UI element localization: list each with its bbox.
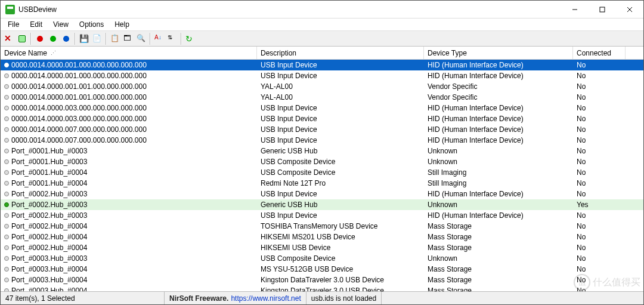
device-connected: No bbox=[573, 179, 626, 187]
properties-icon[interactable]: 📄 bbox=[91, 33, 103, 45]
device-connected: No bbox=[573, 168, 626, 177]
device-name: Port_#0003.Hub_#0004 bbox=[11, 286, 87, 291]
device-connected: No bbox=[573, 93, 626, 101]
status-dot-icon bbox=[4, 170, 9, 175]
menu-file[interactable]: File bbox=[3, 20, 24, 29]
toolbar-separator bbox=[30, 33, 32, 45]
device-connected: No bbox=[573, 82, 626, 91]
table-row[interactable]: 0000.0014.0000.007.000.000.000.000.000US… bbox=[1, 135, 643, 146]
device-type: HID (Human Interface Device) bbox=[424, 72, 573, 80]
table-row[interactable]: Port_#0002.Hub_#0003USB Input DeviceHID … bbox=[1, 210, 643, 221]
col-device-name[interactable]: Device Name⋰ bbox=[1, 47, 257, 59]
options-icon[interactable]: 🗔 bbox=[122, 33, 134, 45]
find-icon[interactable]: 🔍 bbox=[135, 33, 147, 45]
device-description: MS YSU-512GB USB Device bbox=[257, 265, 424, 273]
device-connected: No bbox=[573, 211, 626, 220]
toolbar-separator bbox=[181, 33, 182, 45]
device-connected: No bbox=[573, 265, 626, 273]
table-row[interactable]: Port_#0002.Hub_#0003USB Input DeviceHID … bbox=[1, 189, 643, 199]
device-connected: No bbox=[573, 158, 626, 166]
table-row[interactable]: 0000.0014.0000.001.000.000.000.000.000US… bbox=[1, 60, 643, 70]
copy-icon[interactable]: 📋 bbox=[109, 33, 121, 45]
status-dot-icon bbox=[4, 181, 9, 186]
device-description: USB Input Device bbox=[257, 125, 424, 134]
device-description: Generic USB Hub bbox=[257, 201, 424, 209]
svg-rect-1 bbox=[600, 7, 605, 12]
table-row[interactable]: Port_#0001.Hub_#0004USB Composite Device… bbox=[1, 167, 643, 178]
menu-help[interactable]: Help bbox=[110, 20, 134, 29]
device-name: 0000.0014.0000.001.001.000.000.000.000 bbox=[11, 93, 147, 101]
menu-edit[interactable]: Edit bbox=[25, 20, 47, 29]
table-row[interactable]: 0000.0014.0000.003.000.000.000.000.000US… bbox=[1, 103, 643, 113]
device-description: USB Composite Device bbox=[257, 168, 424, 177]
table-row[interactable]: 0000.0014.0000.001.001.000.000.000.000YA… bbox=[1, 81, 643, 92]
disconnect-icon[interactable]: ✕ bbox=[3, 33, 15, 45]
device-connected: No bbox=[573, 61, 626, 69]
disable-enable-icon[interactable] bbox=[60, 33, 72, 45]
disable-icon[interactable] bbox=[34, 33, 46, 45]
table-row[interactable]: Port_#0003.Hub_#0004Kingston DataTravele… bbox=[1, 275, 643, 285]
table-body[interactable]: 0000.0014.0000.001.000.000.000.000.000US… bbox=[1, 60, 643, 291]
table-row[interactable]: 0000.0014.0000.001.000.000.000.000.000US… bbox=[1, 70, 643, 81]
sort-options-icon[interactable]: ⇅ bbox=[166, 33, 178, 45]
device-type: HID (Human Interface Device) bbox=[424, 136, 573, 144]
device-name: Port_#0001.Hub_#0003 bbox=[11, 158, 87, 166]
status-ids: usb.ids is not loaded bbox=[306, 292, 382, 304]
enable-icon[interactable] bbox=[47, 33, 59, 45]
table-row[interactable]: Port_#0003.Hub_#0003USB Composite Device… bbox=[1, 253, 643, 264]
device-connected: No bbox=[573, 72, 626, 80]
table-row[interactable]: 0000.0014.0000.003.000.000.000.000.000US… bbox=[1, 113, 643, 124]
col-description[interactable]: Description bbox=[257, 47, 424, 59]
device-type: Still Imaging bbox=[424, 179, 573, 187]
uninstall-icon[interactable] bbox=[16, 33, 28, 45]
device-description: HIKSEMI MS201 USB Device bbox=[257, 233, 424, 241]
table-row[interactable]: Port_#0001.Hub_#0003USB Composite Device… bbox=[1, 156, 643, 167]
device-description: Kingston DataTraveler 3.0 USB Device bbox=[257, 286, 424, 291]
device-name: Port_#0001.Hub_#0004 bbox=[11, 179, 87, 187]
status-dot-icon bbox=[4, 159, 9, 164]
title-bar: USBDeview bbox=[1, 1, 643, 19]
status-dot-icon bbox=[4, 267, 9, 272]
col-device-type[interactable]: Device Type bbox=[424, 47, 573, 59]
device-name: Port_#0001.Hub_#0004 bbox=[11, 168, 87, 177]
device-name: Port_#0003.Hub_#0004 bbox=[11, 265, 87, 273]
app-icon bbox=[5, 5, 15, 14]
credit-url: https://www.nirsoft.net bbox=[231, 294, 301, 303]
device-name: 0000.0014.0000.007.000.000.000.000.000 bbox=[11, 125, 147, 134]
table-row[interactable]: 0000.0014.0000.007.000.000.000.000.000US… bbox=[1, 124, 643, 135]
table-row[interactable]: Port_#0001.Hub_#0004Redmi Note 12T ProSt… bbox=[1, 178, 643, 189]
close-button[interactable] bbox=[616, 1, 643, 18]
device-description: TOSHIBA TransMemory USB Device bbox=[257, 222, 424, 230]
table-row[interactable]: Port_#0002.Hub_#0004TOSHIBA TransMemory … bbox=[1, 221, 643, 232]
status-bar: 47 item(s), 1 Selected NirSoft Freeware.… bbox=[1, 291, 643, 304]
status-credit[interactable]: NirSoft Freeware. https://www.nirsoft.ne… bbox=[165, 292, 306, 304]
menu-view[interactable]: View bbox=[48, 20, 73, 29]
device-type: HID (Human Interface Device) bbox=[424, 211, 573, 220]
status-dot-icon bbox=[4, 63, 9, 67]
refresh-icon[interactable]: ↻ bbox=[184, 33, 196, 45]
device-description: YAL-AL00 bbox=[257, 82, 424, 91]
device-description: Redmi Note 12T Pro bbox=[257, 179, 424, 187]
credit-label: NirSoft Freeware. bbox=[169, 294, 228, 303]
device-connected: No bbox=[573, 115, 626, 123]
col-connected[interactable]: Connected bbox=[573, 47, 626, 59]
table-row[interactable]: Port_#0002.Hub_#0003Generic USB HubUnkno… bbox=[1, 199, 643, 210]
device-name: Port_#0002.Hub_#0004 bbox=[11, 233, 87, 241]
menu-options[interactable]: Options bbox=[75, 20, 109, 29]
table-row[interactable]: Port_#0001.Hub_#0003Generic USB HubUnkno… bbox=[1, 146, 643, 156]
table-row[interactable]: Port_#0002.Hub_#0004HIKSEMI USB DeviceMa… bbox=[1, 242, 643, 253]
table-row[interactable]: Port_#0002.Hub_#0004HIKSEMI MS201 USB De… bbox=[1, 232, 643, 242]
window-title: USBDeview bbox=[18, 5, 561, 14]
table-row[interactable]: Port_#0003.Hub_#0004Kingston DataTravele… bbox=[1, 285, 643, 291]
sort-az-icon[interactable]: A↓ bbox=[153, 33, 165, 45]
device-connected: No bbox=[573, 286, 626, 291]
minimize-button[interactable] bbox=[561, 1, 589, 18]
device-description: HIKSEMI USB Device bbox=[257, 244, 424, 252]
table-row[interactable]: 0000.0014.0000.001.001.000.000.000.000YA… bbox=[1, 92, 643, 103]
toolbar-separator bbox=[150, 33, 151, 45]
table-row[interactable]: Port_#0003.Hub_#0004MS YSU-512GB USB Dev… bbox=[1, 264, 643, 275]
device-description: USB Input Device bbox=[257, 211, 424, 220]
device-type: HID (Human Interface Device) bbox=[424, 125, 573, 134]
maximize-button[interactable] bbox=[589, 1, 616, 18]
save-icon[interactable]: 💾 bbox=[78, 33, 90, 45]
